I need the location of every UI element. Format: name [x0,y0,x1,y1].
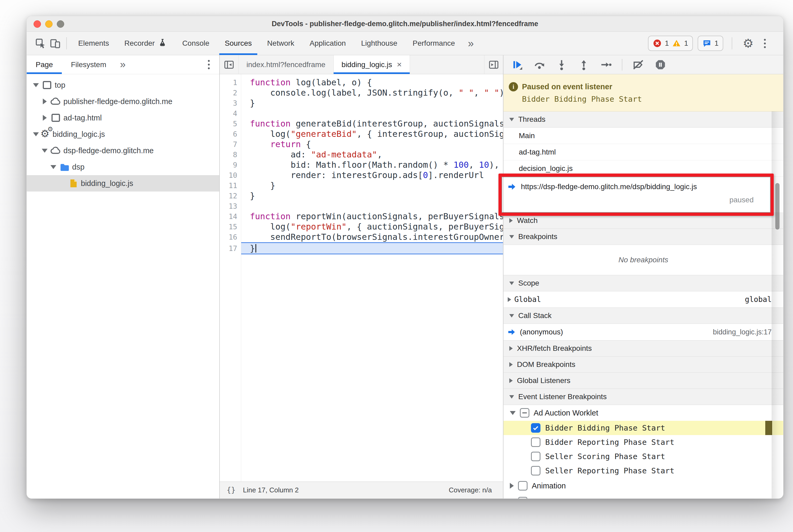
section-header-scope[interactable]: Scope [504,275,783,291]
chevron-down-icon[interactable] [49,165,58,169]
line-number[interactable]: 15 [220,223,241,231]
code-line-2[interactable]: 2 console.log(label, JSON.stringify(o, "… [220,88,503,98]
panel-tab-console[interactable]: Console [175,32,217,55]
chevron-right-icon[interactable] [40,115,49,121]
kebab-menu-icon[interactable] [760,39,770,48]
panel-tab-network[interactable]: Network [259,32,302,55]
code-line-8[interactable]: 8 ad: "ad-metadata", [220,150,503,160]
line-number[interactable]: 16 [220,233,241,241]
chevron-right-icon[interactable] [40,98,49,104]
tab-page[interactable]: Page [27,55,62,74]
code-editor[interactable]: 1function log(label, o) {2 console.log(l… [220,74,503,481]
line-number[interactable]: 10 [220,171,241,179]
minimize-window-button[interactable] [45,20,53,28]
tree-item-bidding-logic-js[interactable]: bidding_logic.js [27,175,219,191]
chevron-down-icon[interactable] [32,132,40,136]
close-icon[interactable]: × [397,60,402,70]
thread-item-main[interactable]: Main [504,128,783,144]
issues-badge[interactable]: 1 [698,36,723,51]
line-number[interactable]: 4 [220,109,241,117]
thread-item-paused-worklet[interactable]: https://dsp-fledge-demo.glitch.me/dsp/bi… [504,177,783,213]
settings-gear-icon[interactable]: ⚙ [741,36,755,51]
scrollbar-thumb[interactable] [775,183,779,230]
event-breakpoint-bidder-reporting-phase-start[interactable]: Bidder Reporting Phase Start [504,435,783,449]
line-number[interactable]: 5 [220,120,241,128]
section-header-dom-breakpoints[interactable]: DOM Breakpoints [504,356,783,373]
pause-on-exceptions-button[interactable] [654,58,667,71]
panel-left-icon[interactable] [220,55,239,74]
line-number[interactable]: 7 [220,140,241,149]
tree-item-ad-tag-html[interactable]: ad-tag.html [27,110,219,126]
section-header-global-listeners[interactable]: Global Listeners [504,373,783,389]
thread-item-decision-logic-js[interactable]: decision_logic.js [504,160,783,177]
panel-tab-lighthouse[interactable]: Lighthouse [354,32,405,55]
pretty-print-icon[interactable]: {} [227,486,235,494]
code-line-9[interactable]: 9 bid: Math.floor(Math.random() * 100, 1… [220,160,503,170]
section-header-xhr-fetch-breakpoints[interactable]: XHR/fetch Breakpoints [504,340,783,357]
panel-tab-application[interactable]: Application [302,32,354,55]
line-number[interactable]: 2 [220,89,241,97]
section-header-watch[interactable]: Watch [504,212,783,229]
scope-item-global[interactable]: Globalglobal [504,291,783,308]
panel-tab-recorder[interactable]: Recorder [117,32,175,55]
code-line-14[interactable]: 14function reportWin(auctionSignals, per… [220,211,503,222]
section-header-call-stack[interactable]: Call Stack [504,307,783,324]
code-line-17[interactable]: 17} [220,242,503,254]
event-breakpoint-bidder-bidding-phase-start[interactable]: Bidder Bidding Phase Start [504,421,783,435]
event-breakpoint-seller-scoring-phase-start[interactable]: Seller Scoring Phase Start [504,449,783,463]
code-line-16[interactable]: 16 sendReportTo(browserSignals.interestG… [220,232,503,242]
code-line-12[interactable]: 12} [220,191,503,201]
editor-tab-bidding-logic-js[interactable]: bidding_logic.js× [333,55,410,74]
panel-tab-elements[interactable]: Elements [71,32,117,55]
thread-item-ad-tag-html[interactable]: ad-tag.html [504,144,783,160]
close-window-button[interactable] [34,20,41,28]
line-number[interactable]: 14 [220,212,241,221]
line-number[interactable]: 11 [220,182,241,190]
zoom-window-button[interactable] [57,20,64,28]
code-line-6[interactable]: 6 log("generateBid", { interestGroup, au… [220,129,503,139]
section-header-threads[interactable]: Threads [504,112,783,128]
more-navigator-tabs-icon[interactable]: » [115,55,130,74]
checkbox-indeterminate[interactable] [520,408,529,418]
line-number[interactable]: 1 [220,78,241,87]
step-into-button[interactable] [555,58,568,71]
tab-filesystem[interactable]: Filesystem [62,55,115,74]
step-over-button[interactable] [533,58,546,71]
panel-tab-performance[interactable]: Performance [405,32,462,55]
more-panels-icon[interactable]: » [462,32,479,55]
errors-warnings-badge[interactable]: 1 1 [648,36,693,51]
inspect-icon[interactable] [33,36,48,51]
line-number[interactable]: 6 [220,130,241,138]
step-button[interactable] [600,58,612,71]
device-toolbar-icon[interactable] [48,36,62,51]
code-line-10[interactable]: 10 render: interestGroup.ads[0].renderUr… [220,170,503,180]
line-number[interactable]: 8 [220,151,241,159]
checkbox-unchecked[interactable] [518,481,528,491]
line-number[interactable]: 12 [220,192,241,200]
line-number[interactable]: 17 [220,244,241,252]
checkbox-unchecked[interactable] [531,452,541,461]
chevron-down-icon[interactable] [40,149,49,153]
breakpoint-group-ad-auction-worklet[interactable]: Ad Auction Worklet [504,405,783,421]
step-out-button[interactable] [578,58,590,71]
code-line-1[interactable]: 1function log(label, o) { [220,77,503,88]
checkbox-checked[interactable] [531,423,541,433]
navigator-kebab-icon[interactable] [204,60,213,69]
checkbox-unchecked[interactable] [531,437,541,447]
editor-tab-index-html-fencedframe[interactable]: index.html?fencedframe [239,55,333,74]
tree-item-top[interactable]: top [27,77,219,93]
deactivate-breakpoints-button[interactable] [632,58,644,71]
line-number[interactable]: 13 [220,202,241,210]
event-breakpoint-seller-reporting-phase-start[interactable]: Seller Reporting Phase Start [504,463,783,478]
code-line-3[interactable]: 3} [220,98,503,108]
code-line-11[interactable]: 11 } [220,180,503,191]
breakpoint-group-canvas[interactable]: Canvas [504,494,783,498]
checkbox-unchecked[interactable] [531,466,541,475]
line-number[interactable]: 9 [220,161,241,169]
panel-right-icon[interactable] [484,55,503,74]
checkbox-unchecked[interactable] [518,497,528,498]
code-line-5[interactable]: 5function generateBid(interestGroup, auc… [220,119,503,129]
resume-button[interactable] [511,58,524,71]
breakpoint-group-animation[interactable]: Animation [504,478,783,494]
chevron-down-icon[interactable] [32,83,40,87]
